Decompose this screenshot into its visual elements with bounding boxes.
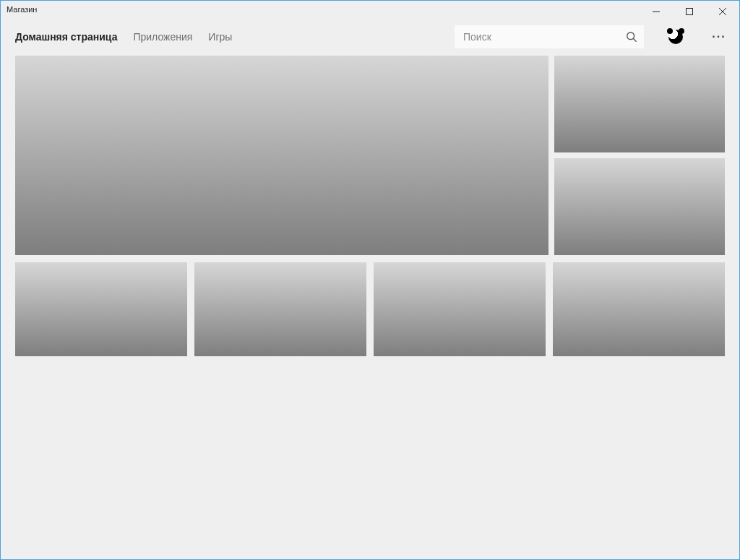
user-button[interactable] <box>664 25 687 48</box>
hero-tile-large[interactable] <box>15 56 548 255</box>
navbar: Домашняя страница Приложения Игры ··· <box>1 22 739 51</box>
thumb-tile-1[interactable] <box>15 262 187 356</box>
hero-tile-small-2[interactable] <box>554 158 725 255</box>
hero-side-column <box>554 56 725 255</box>
minimize-icon <box>653 8 660 15</box>
search-input[interactable] <box>463 31 625 43</box>
titlebar: Магазин <box>1 1 739 22</box>
thumb-tile-3[interactable] <box>374 262 546 356</box>
store-window: Магазин Домашняя страница Приложения Игр… <box>0 0 740 560</box>
content-area <box>1 51 739 559</box>
maximize-icon <box>686 8 693 15</box>
nav-games[interactable]: Игры <box>208 22 232 51</box>
svg-rect-0 <box>687 9 693 15</box>
window-controls <box>640 1 739 22</box>
search-icon[interactable] <box>625 30 638 43</box>
thumb-tile-4[interactable] <box>553 262 725 356</box>
more-button[interactable]: ··· <box>703 25 735 48</box>
close-button[interactable] <box>706 1 739 22</box>
minimize-button[interactable] <box>640 1 673 22</box>
hero-tile-small-1[interactable] <box>554 56 725 152</box>
thumb-row <box>15 262 725 356</box>
hero-row <box>15 56 725 255</box>
close-icon <box>719 8 726 15</box>
thumb-tile-2[interactable] <box>194 262 366 356</box>
user-avatar-icon <box>668 30 683 44</box>
search-box[interactable] <box>455 25 644 48</box>
svg-point-1 <box>627 33 634 40</box>
nav-home[interactable]: Домашняя страница <box>15 22 117 51</box>
more-icon: ··· <box>712 30 726 43</box>
nav-apps[interactable]: Приложения <box>133 22 192 51</box>
window-title: Магазин <box>7 5 37 14</box>
maximize-button[interactable] <box>673 1 706 22</box>
